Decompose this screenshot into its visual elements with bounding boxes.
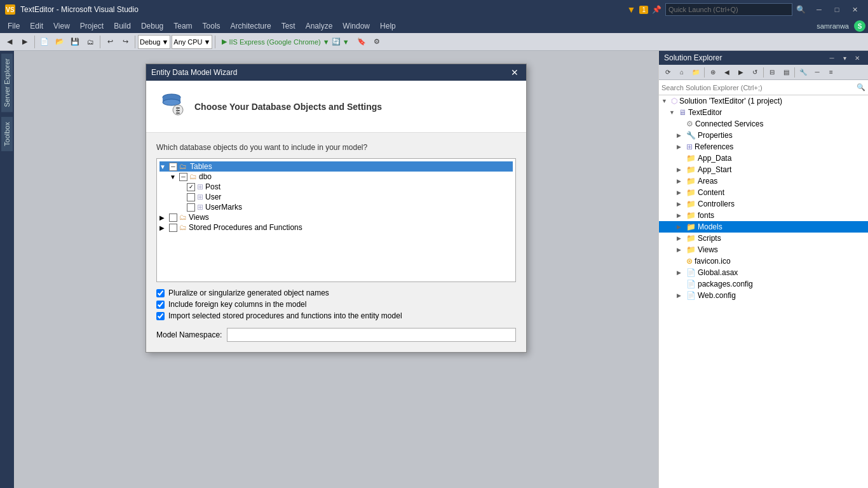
expand-project-icon[interactable]: ▼ [669,109,677,116]
extra-btn[interactable]: ⚙ [370,35,384,49]
toolbox-tab[interactable]: Toolbox [1,117,13,151]
importproc-checkbox[interactable] [156,312,165,320]
se-dock-button[interactable]: ▾ [839,52,850,64]
dialog-close-button[interactable]: ✕ [508,67,521,78]
checkbox-usermarks[interactable] [187,203,195,212]
expand-tables-icon[interactable]: ▼ [159,163,167,170]
expand-areas-icon[interactable]: ▶ [677,178,684,184]
menu-window[interactable]: Window [337,19,375,33]
se-item-areas[interactable]: ▶ 📁 Areas [659,175,868,187]
expand-solution-icon[interactable]: ▼ [661,98,669,104]
checkbox-views[interactable] [169,214,177,222]
expand-properties-icon[interactable]: ▶ [677,132,684,139]
menu-help[interactable]: Help [375,19,401,33]
bookmark-btn[interactable]: 🔖 [355,35,369,49]
new-file-btn[interactable]: 📄 [37,35,51,49]
run-button[interactable]: ▶ IIS Express (Google Chrome) ▼ 🔄 ▼ [218,37,353,46]
menu-edit[interactable]: Edit [25,19,48,33]
se-item-references[interactable]: ▶ ⊞ References [659,141,868,152]
expand-web-config-icon[interactable]: ▶ [677,292,684,299]
se-item-scripts[interactable]: ▶ 📁 Scripts [659,233,868,244]
se-props-btn[interactable]: 🔧 [797,66,810,79]
se-item-web-config[interactable]: ▶ 📄 Web.config [659,290,868,301]
se-home-btn[interactable]: ⌂ [675,66,688,79]
expand-controllers-icon[interactable]: ▶ [677,201,684,207]
menu-view[interactable]: View [48,19,75,33]
se-item-properties[interactable]: ▶ 🔧 Properties [659,130,868,141]
expand-storedproc-icon[interactable]: ▶ [159,224,167,231]
expand-dbo-icon[interactable]: ▼ [170,173,177,180]
se-next-btn[interactable]: ▶ [735,66,747,79]
tree-item-storedproc[interactable]: ▶ 🗂 Stored Procedures and Functions [159,222,513,233]
se-item-views-folder[interactable]: ▶ 📁 Views [659,244,868,255]
open-btn[interactable]: 📂 [53,35,67,49]
menu-debug[interactable]: Debug [136,19,168,33]
tree-item-views[interactable]: ▶ 🗂 Views [159,212,513,222]
checkbox-dbo[interactable]: ─ [179,173,187,181]
pluralize-check[interactable]: Pluralize or singularize generated objec… [156,288,516,297]
se-pin-button[interactable]: ─ [826,52,837,64]
se-item-global-asax[interactable]: ▶ 📄 Global.asax [659,267,868,278]
se-item-controllers[interactable]: ▶ 📁 Controllers [659,198,868,210]
se-close-button[interactable]: ✕ [851,52,863,64]
tree-item-user[interactable]: ▶ ⊞ User [159,192,513,202]
se-item-models[interactable]: ▶ 📁 Models [659,221,868,233]
platform-dropdown[interactable]: Any CPU ▼ [172,35,212,49]
maximize-button[interactable]: □ [829,3,845,16]
se-item-packages-config[interactable]: ▶ 📄 packages.config [659,278,868,290]
undo-btn[interactable]: ↩ [103,35,117,49]
se-item-fonts[interactable]: ▶ 📁 fonts [659,210,868,221]
minimize-button[interactable]: ─ [811,3,827,16]
expand-content-icon[interactable]: ▶ [677,189,684,196]
db-objects-tree[interactable]: ▼ ─ 🗂 Tables ▼ ─ 🗂 dbo [156,158,516,282]
tree-item-usermarks[interactable]: ▶ ⊞ UserMarks [159,202,513,212]
server-explorer-tab[interactable]: Server Explorer [1,53,13,112]
namespace-input[interactable] [227,328,516,342]
se-refresh-btn[interactable]: ↺ [749,66,761,79]
se-item-app-start[interactable]: ▶ 📁 App_Start [659,164,868,175]
importproc-check[interactable]: Import selected stored procedures and fu… [156,311,516,320]
se-filter-btn[interactable]: ≡ [825,66,837,79]
expand-views-icon[interactable]: ▶ [159,214,167,221]
expand-scripts-icon[interactable]: ▶ [677,235,684,241]
menu-file[interactable]: File [3,19,25,33]
se-search-input[interactable] [661,84,857,92]
checkbox-user[interactable] [187,193,195,201]
checkbox-storedproc[interactable] [169,224,177,232]
expand-models-icon[interactable]: ▶ [677,224,684,230]
close-button[interactable]: ✕ [846,3,863,16]
se-history-btn[interactable]: ⊛ [707,66,719,79]
foreignkeys-check[interactable]: Include foreign key columns in the model [156,300,516,309]
back-btn[interactable]: ◀ [3,35,17,49]
foreignkeys-checkbox[interactable] [156,301,165,309]
expand-global-icon[interactable]: ▶ [677,269,684,276]
se-search-bar[interactable]: 🔍 [659,80,868,95]
menu-project[interactable]: Project [75,19,109,33]
se-item-app-data[interactable]: ▶ 📁 App_Data [659,152,868,164]
save-all-btn[interactable]: 🗂 [83,35,97,49]
expand-fonts-icon[interactable]: ▶ [677,212,684,219]
tree-item-dbo[interactable]: ▼ ─ 🗂 dbo [159,172,513,182]
se-new-folder-btn[interactable]: 📁 [689,66,702,79]
se-item-connected-services[interactable]: ▶ ⚙ Connected Services [659,118,868,130]
tree-item-post[interactable]: ▶ ✓ ⊞ Post [159,182,513,192]
se-item-project[interactable]: ▼ 🖥 TextEditor [659,107,868,118]
expand-app-start-icon[interactable]: ▶ [677,166,684,173]
menu-test[interactable]: Test [276,19,301,33]
se-sync-btn[interactable]: ⟳ [661,66,674,79]
se-view-btn[interactable]: ▤ [780,66,792,79]
checkbox-post[interactable]: ✓ [187,183,195,191]
debug-mode-dropdown[interactable]: Debug ▼ [138,35,170,49]
expand-views-folder-icon[interactable]: ▶ [677,247,684,253]
se-item-content[interactable]: ▶ 📁 Content [659,187,868,198]
forward-btn[interactable]: ▶ [18,35,32,49]
menu-tools[interactable]: Tools [198,19,226,33]
se-prev-btn[interactable]: ◀ [721,66,733,79]
se-minus-btn[interactable]: ─ [811,66,824,79]
save-btn[interactable]: 💾 [68,35,82,49]
se-item-solution[interactable]: ▼ ⬡ Solution 'TextEditor' (1 project) [659,95,868,107]
tree-item-tables[interactable]: ▼ ─ 🗂 Tables [159,161,513,172]
menu-team[interactable]: Team [168,19,197,33]
quick-launch-input[interactable] [665,3,792,16]
expand-references-icon[interactable]: ▶ [677,144,684,150]
